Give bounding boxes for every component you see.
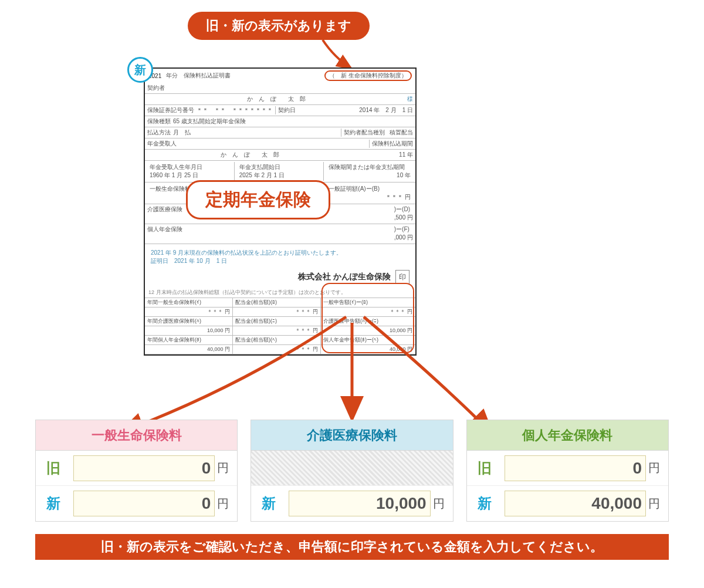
callout-old-new-indicator: 旧・新の表示があります (188, 12, 370, 40)
yen-unit: 円 (433, 496, 453, 512)
seal-icon: 印 (395, 270, 409, 284)
yen-unit: 円 (217, 496, 237, 512)
card-personal-pension: 個人年金保険料 旧 0 円 新 40,000 円 (466, 420, 669, 522)
certificate: 新 2021 年分 保険料払込証明書 （ 新 生命保険料控除制度） 契約者 か … (144, 67, 417, 356)
card-general-life: 一般生命保険料 旧 0 円 新 0 円 (35, 420, 238, 522)
input-general-old[interactable]: 0 (73, 455, 215, 481)
yen-unit: 円 (648, 460, 668, 476)
input-care-new[interactable]: 10,000 (289, 491, 430, 516)
company-row: 株式会社 かんぽ生命保険 印 (145, 266, 415, 288)
category-cards: 一般生命保険料 旧 0 円 新 0 円 介護医療保険料 新 10,000 円 個… (35, 420, 669, 522)
card-care-medical: 介護医療保険料 新 10,000 円 (251, 420, 453, 522)
label-new: 新 (36, 494, 71, 513)
label-new: 新 (467, 494, 502, 513)
yen-unit: 円 (217, 460, 237, 476)
card-title: 一般生命保険料 (36, 420, 237, 451)
product-name-stamp: 定期年金保険 (186, 180, 330, 219)
label-old: 旧 (36, 459, 71, 478)
new-badge: 新 (127, 57, 153, 83)
input-general-new[interactable]: 0 (73, 491, 215, 516)
yen-unit: 円 (648, 496, 668, 512)
label-new: 新 (251, 494, 286, 513)
card-title: 個人年金保険料 (467, 420, 668, 451)
diagram-canvas: 旧・新の表示があります 新 2021 年分 保険料払込証明書 （ 新 生命保険料… (35, 12, 669, 575)
care-old-unavailable (251, 451, 452, 486)
input-pension-old[interactable]: 0 (505, 455, 646, 481)
label-old: 旧 (467, 459, 502, 478)
cert-header: 2021 年分 保険料払込証明書 （ 新 生命保険料控除制度） (145, 69, 415, 83)
input-pension-new[interactable]: 40,000 (505, 491, 646, 516)
instruction-banner: 旧・新の表示をご確認いただき、申告額に印字されている金額を入力してください。 (35, 534, 669, 560)
deduction-system-pill: （ 新 生命保険料控除制度） (324, 70, 412, 81)
card-title: 介護医療保険料 (251, 420, 452, 451)
